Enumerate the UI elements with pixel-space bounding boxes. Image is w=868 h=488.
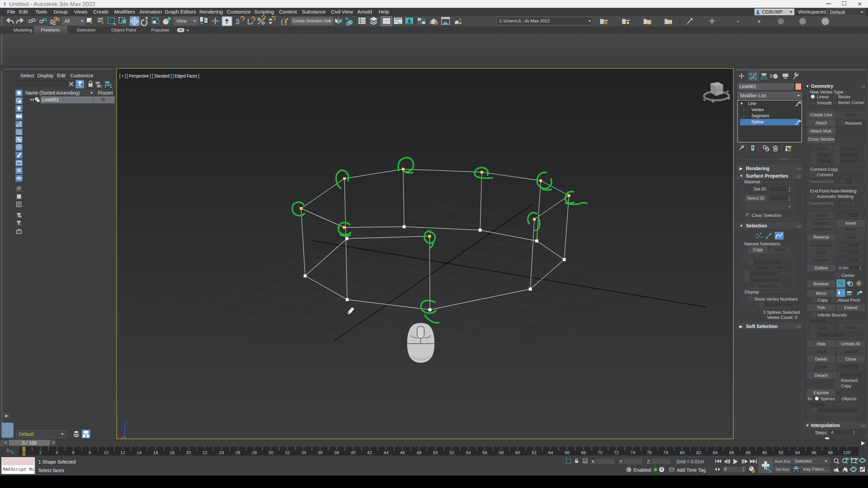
svg-text:38: 38 [334, 450, 339, 455]
svg-text:2: 2 [39, 450, 41, 455]
svg-text:30: 30 [268, 450, 273, 455]
svg-text:40: 40 [351, 450, 355, 455]
svg-text:4: 4 [56, 450, 58, 455]
svg-text:66: 66 [565, 450, 569, 455]
svg-text:100: 100 [843, 450, 851, 455]
svg-text:82: 82 [696, 450, 701, 455]
svg-text:18: 18 [170, 450, 174, 455]
svg-text:58: 58 [499, 450, 504, 455]
svg-text:16: 16 [153, 450, 158, 455]
svg-text:x: x [117, 434, 119, 439]
svg-text:44: 44 [383, 450, 388, 455]
svg-text:52: 52 [449, 450, 454, 455]
svg-text:56: 56 [482, 450, 487, 455]
svg-text:28: 28 [252, 450, 257, 455]
svg-text:14: 14 [137, 450, 141, 455]
svg-text:24: 24 [219, 450, 224, 455]
svg-text:8: 8 [88, 450, 91, 455]
svg-text:84: 84 [713, 450, 717, 455]
svg-text:3: 3 [235, 17, 239, 26]
svg-text:0: 0 [23, 450, 25, 455]
svg-text:12: 12 [120, 450, 125, 455]
svg-text:32: 32 [285, 450, 290, 455]
svg-text:36: 36 [318, 450, 322, 455]
svg-text:62: 62 [532, 450, 536, 455]
svg-text:10: 10 [104, 450, 108, 455]
svg-text:80: 80 [680, 450, 685, 455]
svg-text:z: z [126, 420, 128, 424]
svg-text:{ }: { } [281, 18, 287, 25]
svg-text:64: 64 [548, 450, 553, 455]
svg-text:50: 50 [433, 450, 438, 455]
svg-text:96: 96 [811, 450, 816, 455]
svg-text:98: 98 [828, 450, 833, 455]
svg-text:68: 68 [581, 450, 586, 455]
svg-text:26: 26 [235, 450, 240, 455]
svg-text:76: 76 [647, 450, 652, 455]
svg-text:72: 72 [614, 450, 619, 455]
svg-text:86: 86 [729, 450, 734, 455]
svg-text:48: 48 [416, 450, 421, 455]
svg-text:92: 92 [778, 450, 783, 455]
svg-text:22: 22 [202, 450, 207, 455]
svg-text:34: 34 [301, 450, 306, 455]
svg-text:94: 94 [795, 450, 800, 455]
svg-text:6: 6 [72, 450, 75, 455]
svg-text:74: 74 [630, 450, 635, 455]
svg-text:78: 78 [663, 450, 668, 455]
svg-text:42: 42 [367, 450, 372, 455]
svg-text:88: 88 [746, 450, 750, 455]
svg-text:70: 70 [597, 450, 602, 455]
svg-text:60: 60 [515, 450, 520, 455]
svg-text:54: 54 [466, 450, 471, 455]
svg-text:46: 46 [400, 450, 405, 455]
svg-text:90: 90 [762, 450, 767, 455]
svg-text:20: 20 [186, 450, 191, 455]
